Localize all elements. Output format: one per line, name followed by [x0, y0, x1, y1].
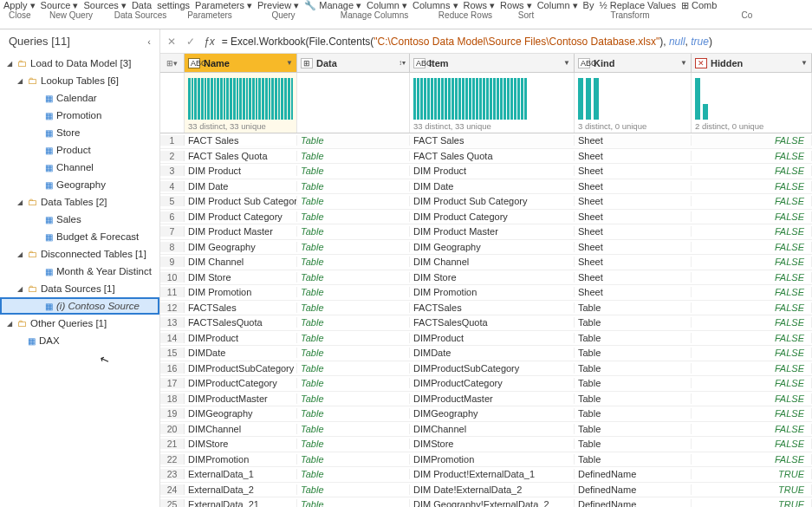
- row-number[interactable]: 2: [160, 151, 185, 161]
- cell-hidden[interactable]: FALSE: [692, 272, 812, 283]
- cell-kind[interactable]: Table: [575, 393, 692, 404]
- cell-kind[interactable]: Sheet: [575, 135, 692, 146]
- cell-name[interactable]: ExternalData_1: [185, 469, 297, 479]
- cell-hidden[interactable]: FALSE: [692, 408, 812, 419]
- table-row[interactable]: 25ExternalData_21TableDIM Geography!Exte…: [160, 497, 812, 507]
- cell-kind[interactable]: Sheet: [575, 196, 692, 206]
- cell-item[interactable]: DIM Promotion: [410, 287, 575, 297]
- cell-hidden[interactable]: TRUE: [692, 499, 812, 507]
- tree-item[interactable]: ▦Sales: [0, 211, 159, 228]
- row-number[interactable]: 8: [160, 242, 185, 252]
- cell-name[interactable]: FACT Sales: [185, 135, 297, 146]
- table-row[interactable]: 11DIM PromotionTableDIM PromotionSheetFA…: [160, 285, 812, 301]
- cell-item[interactable]: DIMGeography: [410, 408, 575, 419]
- abc-type-icon[interactable]: ABC: [578, 58, 590, 68]
- cell-data[interactable]: Table: [297, 151, 410, 161]
- cell-hidden[interactable]: FALSE: [692, 181, 812, 192]
- cell-item[interactable]: DIM Geography: [410, 242, 575, 252]
- cell-name[interactable]: DIMProductCategory: [185, 378, 297, 388]
- tree-item[interactable]: ◢🗀Other Queries [1]: [0, 315, 159, 332]
- chevron-down-icon[interactable]: ▼: [563, 59, 570, 67]
- table-type-icon[interactable]: ⊞: [301, 58, 313, 68]
- cell-name[interactable]: DIMProductSubCategory: [185, 363, 297, 374]
- cell-item[interactable]: FACT Sales Quota: [410, 151, 575, 161]
- tree-item[interactable]: ▦Geography: [0, 176, 159, 193]
- table-row[interactable]: 15DIMDateTableDIMDateTableFALSE: [160, 346, 812, 361]
- cell-kind[interactable]: Table: [575, 348, 692, 358]
- cell-kind[interactable]: Sheet: [575, 287, 692, 297]
- tree-item[interactable]: ◢🗀Data Tables [2]: [0, 193, 159, 211]
- row-number[interactable]: 13: [160, 317, 185, 328]
- cell-hidden[interactable]: FALSE: [692, 257, 812, 267]
- row-number[interactable]: 15: [160, 348, 185, 358]
- row-number[interactable]: 23: [160, 469, 185, 479]
- cell-hidden[interactable]: TRUE: [692, 469, 812, 479]
- cell-name[interactable]: DIM Product Master: [185, 226, 297, 237]
- row-number[interactable]: 16: [160, 363, 185, 374]
- table-row[interactable]: 14DIMProductTableDIMProductTableFALSE: [160, 331, 812, 347]
- table-row[interactable]: 3DIM ProductTableDIM ProductSheetFALSE: [160, 164, 812, 179]
- table-row[interactable]: 17DIMProductCategoryTableDIMProductCateg…: [160, 376, 812, 392]
- cell-name[interactable]: FACTSales: [185, 302, 297, 313]
- table-row[interactable]: 8DIM GeographyTableDIM GeographySheetFAL…: [160, 240, 812, 256]
- cell-data[interactable]: Table: [297, 211, 410, 222]
- cell-item[interactable]: DIM Geography!ExternalData_2: [410, 499, 575, 507]
- row-number[interactable]: 24: [160, 484, 185, 495]
- cell-data[interactable]: Table: [297, 166, 410, 176]
- row-number[interactable]: 5: [160, 196, 185, 206]
- ribbon-command[interactable]: Preview ▾: [257, 0, 299, 10]
- ribbon-command[interactable]: 🔧 Manage ▾: [304, 0, 361, 10]
- cell-kind[interactable]: Table: [575, 317, 692, 328]
- cell-item[interactable]: DIM Product Master: [410, 226, 575, 237]
- cell-item[interactable]: DIMStore: [410, 439, 575, 449]
- cell-data[interactable]: Table: [297, 317, 410, 328]
- cell-data[interactable]: Table: [297, 439, 410, 449]
- cell-kind[interactable]: Table: [575, 408, 692, 419]
- ribbon-command[interactable]: By: [583, 0, 594, 10]
- fx-icon[interactable]: ƒx: [204, 36, 215, 48]
- abc-type-icon[interactable]: ABC: [413, 58, 425, 68]
- bool-type-icon[interactable]: ✕: [695, 58, 707, 68]
- cell-data[interactable]: Table: [297, 242, 410, 252]
- cell-data[interactable]: Table: [297, 424, 410, 434]
- row-number[interactable]: 1: [160, 135, 185, 146]
- cell-item[interactable]: FACT Sales: [410, 135, 575, 146]
- table-row[interactable]: 2FACT Sales QuotaTableFACT Sales QuotaSh…: [160, 149, 812, 165]
- cell-item[interactable]: DIMProduct: [410, 333, 575, 343]
- cell-hidden[interactable]: FALSE: [692, 151, 812, 161]
- cell-item[interactable]: DIM Product!ExternalData_1: [410, 469, 575, 479]
- ribbon-command[interactable]: settings: [157, 0, 190, 10]
- row-number[interactable]: 25: [160, 499, 185, 507]
- cell-kind[interactable]: Sheet: [575, 242, 692, 252]
- table-row[interactable]: 9DIM ChannelTableDIM ChannelSheetFALSE: [160, 255, 812, 270]
- tree-item[interactable]: ◢🗀Load to Data Model [3]: [0, 55, 159, 72]
- cell-name[interactable]: DIM Date: [185, 181, 297, 192]
- cell-data[interactable]: Table: [297, 302, 410, 313]
- cell-data[interactable]: Table: [297, 454, 410, 465]
- tree-item[interactable]: ◢🗀Disconnected Tables [1]: [0, 245, 159, 263]
- table-row[interactable]: 5DIM Product Sub CategoryTableDIM Produc…: [160, 194, 812, 210]
- cell-kind[interactable]: Sheet: [575, 257, 692, 267]
- cell-data[interactable]: Table: [297, 408, 410, 419]
- ribbon-command[interactable]: ⊞ Comb: [681, 0, 717, 10]
- cell-hidden[interactable]: FALSE: [692, 287, 812, 297]
- ribbon-command[interactable]: ½ Replace Values: [599, 0, 675, 10]
- ribbon-command[interactable]: Column ▾: [537, 0, 578, 10]
- tree-item[interactable]: ▦Channel: [0, 159, 159, 176]
- cell-data[interactable]: Table: [297, 135, 410, 146]
- row-number[interactable]: 12: [160, 302, 185, 313]
- cell-name[interactable]: DIM Channel: [185, 257, 297, 267]
- row-number[interactable]: 7: [160, 226, 185, 237]
- column-header-name[interactable]: ABC Name ▼: [185, 54, 297, 72]
- cell-kind[interactable]: Sheet: [575, 272, 692, 283]
- cell-data[interactable]: Table: [297, 363, 410, 374]
- chevron-down-icon[interactable]: ▼: [801, 59, 808, 67]
- cell-kind[interactable]: Table: [575, 439, 692, 449]
- chevron-down-icon[interactable]: ▼: [680, 59, 687, 67]
- cell-kind[interactable]: DefinedName: [575, 484, 692, 495]
- cell-hidden[interactable]: FALSE: [692, 348, 812, 358]
- cell-kind[interactable]: Table: [575, 302, 692, 313]
- cell-data[interactable]: Table: [297, 272, 410, 283]
- tree-item[interactable]: ▦Month & Year Distinct: [0, 263, 159, 280]
- cell-name[interactable]: DIM Product Sub Category: [185, 196, 297, 206]
